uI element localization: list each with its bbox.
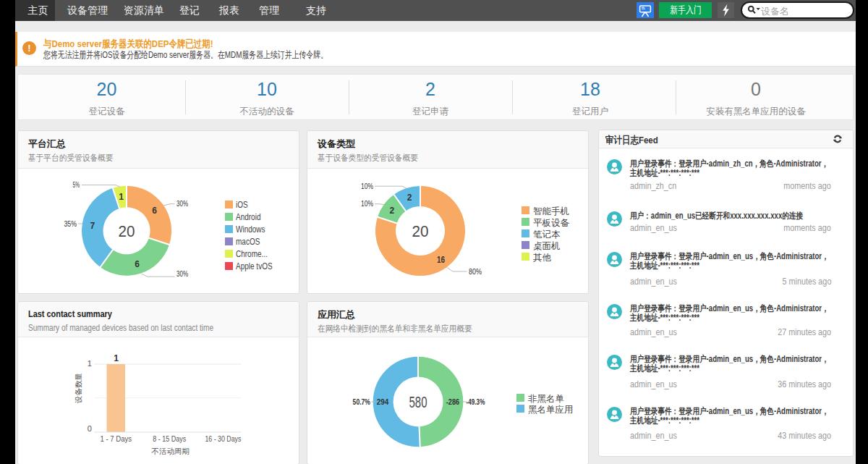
svg-text:10%: 10% — [361, 199, 373, 208]
svg-text:580: 580 — [409, 393, 427, 411]
svg-text:30%: 30% — [176, 199, 188, 208]
svg-text:20: 20 — [119, 222, 135, 240]
svg-text:8 - 15 Days: 8 - 15 Days — [153, 434, 186, 443]
svg-text:2: 2 — [389, 206, 394, 216]
svg-text:1: 1 — [88, 359, 94, 368]
svg-text:16: 16 — [437, 255, 445, 265]
svg-text:7: 7 — [90, 221, 95, 231]
svg-text:16 - 30 Days: 16 - 30 Days — [205, 434, 241, 443]
svg-text:不活动周期: 不活动周期 — [151, 447, 190, 455]
svg-text:30%: 30% — [176, 269, 188, 278]
svg-text:6: 6 — [135, 259, 140, 269]
svg-text:10%: 10% — [361, 182, 373, 190]
svg-text:0: 0 — [88, 424, 94, 433]
svg-text:1: 1 — [114, 353, 119, 363]
svg-text:80%: 80% — [469, 267, 482, 276]
svg-text:6: 6 — [152, 206, 157, 216]
svg-text:设备数量: 设备数量 — [74, 373, 82, 404]
svg-text:50.7%: 50.7% — [353, 397, 371, 406]
svg-text:294: 294 — [377, 397, 389, 406]
svg-text:-286: -286 — [446, 397, 459, 406]
svg-text:20: 20 — [412, 222, 429, 240]
svg-text:1: 1 — [119, 192, 124, 202]
svg-text:1 - 7 Days: 1 - 7 Days — [101, 434, 132, 443]
svg-text:2: 2 — [407, 193, 412, 203]
svg-text:-49.3%: -49.3% — [467, 397, 485, 406]
svg-text:35%: 35% — [64, 219, 77, 228]
svg-text:5%: 5% — [73, 180, 80, 189]
